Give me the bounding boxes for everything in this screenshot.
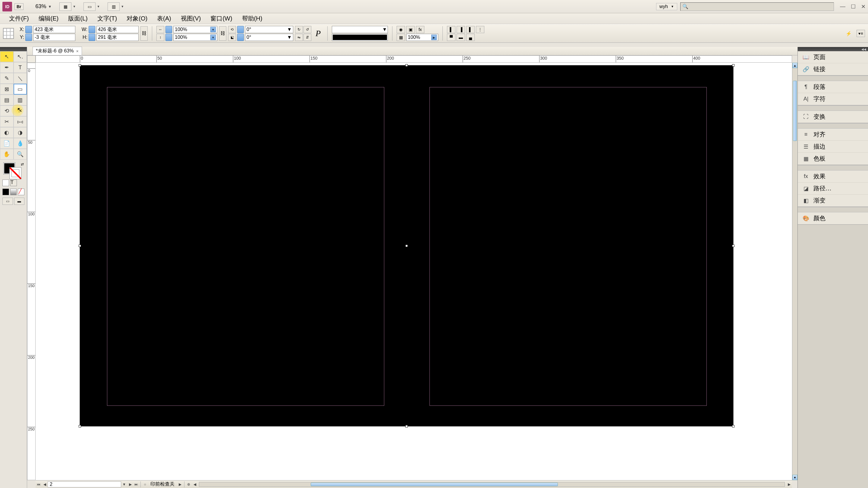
scroll-left-button[interactable]: ◀ — [192, 481, 198, 487]
stroke-color-combo[interactable] — [332, 34, 388, 41]
flip-v-icon[interactable]: ⇵ — [304, 34, 311, 41]
y-spinner[interactable] — [25, 34, 32, 41]
effects-icon[interactable]: ◉ — [397, 26, 405, 33]
scale-y-spinner[interactable] — [165, 34, 172, 41]
rotate-tool[interactable]: ⟲ — [0, 105, 13, 116]
x-input[interactable]: 423 毫米 — [33, 26, 75, 33]
panel-align[interactable]: ≡对齐 — [798, 129, 868, 141]
align-right-icon[interactable]: ▌ — [466, 26, 475, 33]
panel-pathfinder[interactable]: ◪路径… — [798, 183, 868, 195]
bridge-button[interactable]: Br — [14, 3, 24, 10]
constrain-wh-icon[interactable]: ⛓ — [141, 26, 148, 41]
fx-icon[interactable]: fx — [416, 26, 424, 33]
align-more-icon[interactable]: ⋮ — [476, 26, 484, 33]
hand-tool[interactable]: ✋ — [0, 149, 13, 160]
menu-window[interactable]: 窗口(W) — [206, 13, 237, 24]
formatting-text-icon[interactable]: T — [10, 180, 17, 186]
panel-pages[interactable]: 📖页面 — [798, 51, 868, 63]
line-tool[interactable]: ＼ — [13, 73, 27, 84]
horizontal-grid-tool[interactable]: ▤ — [0, 95, 13, 105]
preview-mode[interactable]: ▬ — [14, 198, 25, 205]
vertical-grid-tool[interactable]: ▥ — [13, 95, 27, 105]
stroke-style-combo[interactable]: ▼ — [332, 26, 388, 33]
align-top-icon[interactable]: ▀ — [447, 34, 456, 41]
type-tool[interactable]: T — [13, 62, 27, 73]
rotate-ccw-icon[interactable]: ↺ — [304, 26, 311, 33]
scroll-up-arrow[interactable]: ▲ — [792, 63, 798, 68]
horizontal-ruler[interactable]: 0 50 100 150 200 250 300 350 400 — [36, 56, 792, 63]
control-menu-icon[interactable]: ▾≡ — [857, 30, 865, 37]
constrain-scale-icon[interactable]: ⛓ — [219, 26, 226, 41]
horizontal-scrollbar[interactable] — [199, 482, 785, 487]
panel-effects[interactable]: fx效果 — [798, 170, 868, 183]
panel-links[interactable]: 🔗链接 — [798, 63, 868, 75]
panel-paragraph[interactable]: ¶段落 — [798, 81, 868, 93]
menu-object[interactable]: 对象(O) — [122, 13, 152, 24]
shear-spinner[interactable] — [237, 34, 244, 41]
h-input[interactable]: 291 毫米 — [96, 34, 138, 41]
document-tab[interactable]: *未标题-6 @ 63% × — [33, 47, 82, 55]
menu-table[interactable]: 表(A) — [152, 13, 176, 24]
rectangle-frame-tool[interactable]: ⊠ — [0, 84, 13, 95]
vertical-ruler[interactable]: 0 50 100 150 200 250 — [27, 63, 36, 480]
flip-h-icon[interactable]: ⇋ — [295, 34, 303, 41]
search-input[interactable]: 🔍 — [680, 2, 834, 11]
normal-view-mode[interactable]: ▭ — [2, 198, 13, 205]
direct-selection-tool[interactable]: ↖. — [13, 51, 27, 62]
gradient-swatch-tool[interactable]: ◐ — [0, 127, 13, 138]
note-tool[interactable]: 📄 — [0, 138, 13, 149]
drop-shadow-icon[interactable]: ▣ — [406, 26, 415, 33]
scroll-right-button[interactable]: ▶ — [786, 481, 792, 487]
ruler-origin[interactable] — [27, 56, 36, 63]
close-tab-icon[interactable]: × — [76, 49, 79, 54]
rotate-spinner[interactable] — [237, 26, 244, 33]
panel-transform[interactable]: ⛶变换 — [798, 111, 868, 123]
reference-point-grid[interactable] — [3, 28, 14, 39]
x-spinner[interactable] — [25, 26, 32, 33]
vertical-scrollbar[interactable]: ▲ ▼ — [792, 63, 798, 480]
menu-edit[interactable]: 编辑(E) — [34, 13, 64, 24]
menu-layout[interactable]: 版面(L) — [63, 13, 92, 24]
align-middle-icon[interactable]: ▬ — [457, 34, 465, 41]
panel-color[interactable]: 🎨颜色 — [798, 213, 868, 224]
menu-file[interactable]: 文件(F) — [4, 13, 34, 24]
quick-apply-icon[interactable]: ⚡ — [843, 31, 855, 36]
last-page-button[interactable]: ⏭ — [133, 481, 139, 487]
zoom-level-combo[interactable]: 63% ▼ — [36, 3, 52, 10]
minimize-button[interactable]: — — [840, 3, 845, 10]
rectangle-tool[interactable]: ▭ — [13, 84, 27, 95]
panel-character[interactable]: A|字符 — [798, 93, 868, 105]
scale-x-combo[interactable]: 100%▼ — [173, 26, 217, 33]
opacity-combo[interactable]: 100%▶ — [406, 34, 438, 41]
w-spinner[interactable] — [89, 26, 95, 33]
fill-stroke-proxy[interactable]: ⇄ — [0, 161, 27, 178]
selection-tool[interactable]: ↖ — [0, 51, 13, 62]
workspace-switcher[interactable]: wyh ▼ — [656, 3, 677, 10]
panel-stroke[interactable]: ☰描边 — [798, 141, 868, 153]
free-transform-tool[interactable]: ▹◃ — [13, 116, 27, 127]
align-left-icon[interactable]: ▌ — [447, 26, 456, 33]
pen-tool[interactable]: ✒ — [0, 62, 13, 73]
apply-gradient-icon[interactable] — [10, 189, 17, 195]
swap-fill-stroke-icon[interactable]: ⇄ — [21, 162, 24, 166]
h-spinner[interactable] — [89, 34, 95, 41]
stroke-swatch[interactable] — [10, 167, 21, 179]
menu-type[interactable]: 文字(T) — [93, 13, 122, 24]
arrange-documents-button[interactable]: ▥ — [107, 2, 120, 11]
formatting-container-icon[interactable] — [2, 180, 9, 186]
page-number-field[interactable]: 2 — [48, 481, 121, 487]
view-options-button[interactable]: ▦ — [59, 2, 71, 11]
shear-combo[interactable]: 0°▼ — [245, 34, 293, 41]
menu-view[interactable]: 视图(V) — [176, 13, 206, 24]
gradient-feather-tool[interactable]: ◑ — [13, 127, 27, 138]
apply-color-icon[interactable] — [2, 189, 9, 195]
preflight-status-icon[interactable]: ○ — [142, 481, 148, 487]
align-bottom-icon[interactable]: ▄ — [466, 34, 475, 41]
prev-page-button[interactable]: ◀ — [41, 481, 48, 487]
page-dropdown-button[interactable]: ▼ — [121, 481, 127, 487]
toolbox-collapse-bar[interactable] — [0, 47, 27, 51]
rotate-cw-icon[interactable]: ↻ — [295, 26, 303, 33]
preflight-menu-button[interactable]: ▶ — [177, 481, 183, 487]
paragraph-mode-icon[interactable]: P — [313, 29, 323, 38]
pencil-tool[interactable]: ✎ — [0, 73, 13, 84]
